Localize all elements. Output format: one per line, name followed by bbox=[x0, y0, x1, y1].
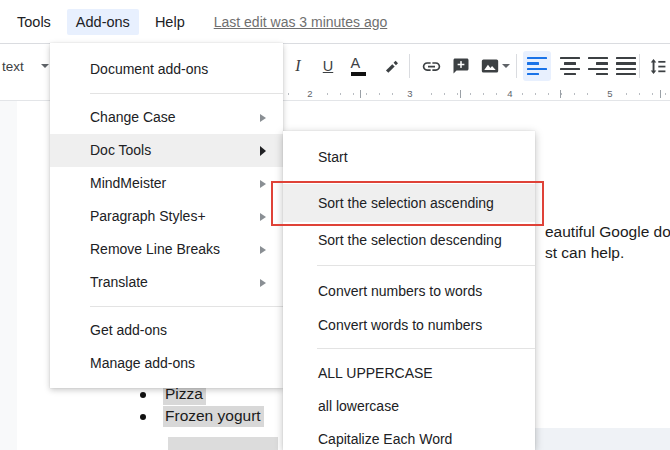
insert-link-button[interactable] bbox=[418, 51, 444, 81]
bullet-icon bbox=[140, 414, 146, 420]
chevron-down-icon bbox=[41, 64, 49, 68]
document-text-line: eautiful Google docu bbox=[545, 223, 670, 241]
add-comment-icon bbox=[452, 57, 470, 75]
add-comment-button[interactable] bbox=[448, 51, 474, 81]
highlight-icon bbox=[382, 57, 401, 76]
paragraph-style-dropdown[interactable]: text bbox=[2, 54, 49, 78]
highlight-color-button[interactable] bbox=[378, 51, 404, 81]
align-left-icon bbox=[527, 57, 547, 76]
selected-list-text[interactable]: Frozen yogurt bbox=[163, 406, 264, 427]
line-spacing-icon bbox=[648, 57, 667, 76]
menu-help[interactable]: Help bbox=[146, 9, 194, 35]
menu-tools[interactable]: Tools bbox=[8, 9, 60, 35]
google-docs-window: eautiful Google docu st can help. Pizza … bbox=[0, 0, 670, 450]
paragraph-style-value: text bbox=[2, 59, 24, 74]
menu-item-translate[interactable]: Translate bbox=[50, 266, 283, 299]
menu-item-doc-tools[interactable]: Doc Tools bbox=[50, 134, 283, 167]
menu-item-manage-add-ons[interactable]: Manage add-ons bbox=[50, 347, 283, 380]
insert-image-dropdown[interactable] bbox=[499, 51, 513, 81]
underline-icon: U bbox=[323, 58, 333, 74]
text-color-button[interactable]: A bbox=[345, 51, 371, 81]
menu-separator bbox=[90, 306, 283, 307]
spacer bbox=[283, 176, 535, 184]
doc-tools-submenu: Start Sort the selection ascending Sort … bbox=[283, 131, 535, 450]
selection-fragment bbox=[168, 437, 278, 450]
ruler-mark: 2 bbox=[300, 88, 320, 99]
menu-item-get-add-ons[interactable]: Get add-ons bbox=[50, 314, 283, 347]
submenu-item-capitalize-each-word[interactable]: Capitalize Each Word bbox=[283, 422, 535, 450]
align-right-icon bbox=[588, 57, 608, 76]
align-left-button[interactable] bbox=[523, 51, 551, 81]
justify-icon bbox=[616, 57, 636, 76]
list-item: Frozen yogurt bbox=[140, 406, 264, 427]
ruler-midtick bbox=[360, 90, 361, 98]
toolbar-separator bbox=[409, 54, 410, 78]
link-icon bbox=[421, 56, 442, 77]
justify-button[interactable] bbox=[612, 51, 640, 81]
ruler-mark: 3 bbox=[400, 88, 420, 99]
menu-item-paragraph-styles[interactable]: Paragraph Styles+ bbox=[50, 200, 283, 233]
chevron-down-icon bbox=[502, 64, 510, 68]
text-color-icon: A bbox=[351, 57, 366, 76]
submenu-item-sort-ascending[interactable]: Sort the selection ascending bbox=[283, 184, 535, 222]
toolbar-separator bbox=[639, 54, 640, 78]
submenu-arrow-icon bbox=[260, 279, 266, 287]
menu-item-mindmeister[interactable]: MindMeister bbox=[50, 167, 283, 200]
line-spacing-button[interactable] bbox=[644, 51, 670, 81]
submenu-arrow-icon bbox=[260, 146, 266, 156]
ruler-midtick bbox=[660, 90, 661, 98]
menu-bar: Tools Add-ons Help Last edit was 3 minut… bbox=[0, 0, 670, 43]
italic-icon: I bbox=[295, 57, 300, 75]
submenu-item-all-lowercase[interactable]: all lowercase bbox=[283, 390, 535, 422]
menu-separator bbox=[317, 265, 535, 266]
add-ons-menu: Document add-ons Change Case Doc Tools M… bbox=[50, 43, 283, 388]
menu-separator bbox=[90, 93, 283, 94]
image-icon bbox=[480, 57, 500, 75]
menu-item-remove-line-breaks[interactable]: Remove Line Breaks bbox=[50, 233, 283, 266]
menu-separator bbox=[317, 348, 535, 349]
submenu-item-sort-descending[interactable]: Sort the selection descending bbox=[283, 222, 535, 258]
submenu-arrow-icon bbox=[260, 180, 266, 188]
submenu-item-convert-words-to-numbers[interactable]: Convert words to numbers bbox=[283, 309, 535, 341]
last-edit-link[interactable]: Last edit was 3 minutes ago bbox=[214, 14, 388, 30]
align-center-button[interactable] bbox=[556, 51, 584, 81]
submenu-item-convert-numbers-to-words[interactable]: Convert numbers to words bbox=[283, 273, 535, 309]
bullet-icon bbox=[140, 392, 146, 398]
toolbar-separator bbox=[516, 54, 517, 78]
ruler-midtick bbox=[460, 90, 461, 98]
menu-item-document-add-ons[interactable]: Document add-ons bbox=[50, 53, 283, 86]
align-center-icon bbox=[560, 57, 580, 76]
underline-button[interactable]: U bbox=[315, 51, 341, 81]
ruler-midtick bbox=[560, 90, 561, 98]
align-right-button[interactable] bbox=[584, 51, 612, 81]
menu-item-change-case[interactable]: Change Case bbox=[50, 101, 283, 134]
ruler-mark: 5 bbox=[600, 88, 620, 99]
submenu-arrow-icon bbox=[260, 114, 266, 122]
italic-button[interactable]: I bbox=[285, 51, 311, 81]
submenu-item-start[interactable]: Start bbox=[283, 138, 535, 176]
submenu-arrow-icon bbox=[260, 246, 266, 254]
document-text-line: st can help. bbox=[545, 244, 624, 262]
submenu-arrow-icon bbox=[260, 213, 266, 221]
menu-add-ons[interactable]: Add-ons bbox=[67, 9, 139, 35]
submenu-item-all-uppercase[interactable]: ALL UPPERCASE bbox=[283, 356, 535, 390]
page-bottom-band bbox=[535, 428, 670, 450]
ruler-mark: 4 bbox=[500, 88, 520, 99]
